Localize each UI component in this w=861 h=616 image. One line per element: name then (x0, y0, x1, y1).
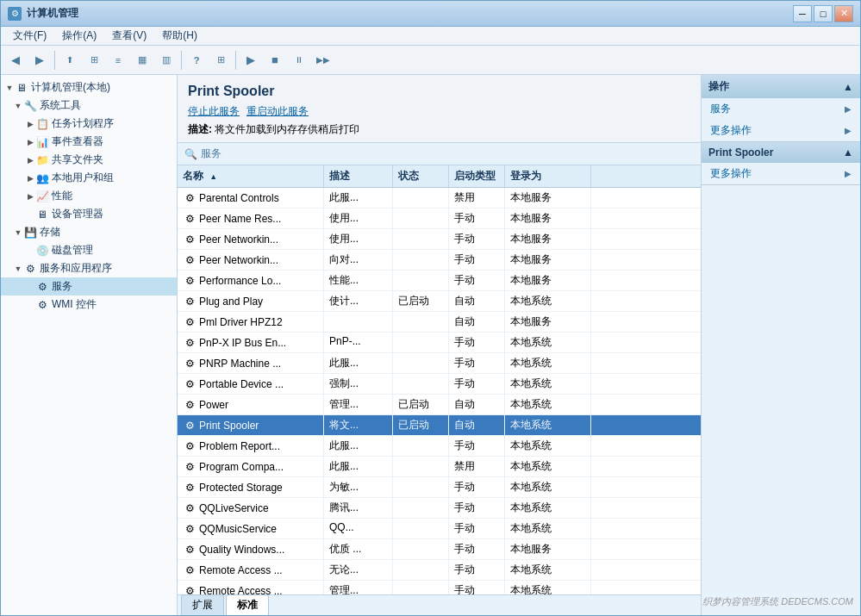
sidebar-item-performance[interactable]: ▶ 📈 性能 (1, 187, 177, 205)
tab-扩展[interactable]: 扩展 (181, 594, 224, 615)
service-links: 停止此服务 重启动此服务 (188, 104, 690, 119)
col-header-login[interactable]: 登录为 (505, 165, 591, 187)
row-desc-10: 管理... (324, 395, 393, 414)
close-button[interactable]: ✕ (834, 5, 853, 22)
table-row[interactable]: ⚙ Plug and Play 使计... 已启动 自动 本地系统 (178, 291, 701, 312)
maximize-button[interactable]: □ (814, 5, 833, 22)
minimize-button[interactable]: ─ (793, 5, 812, 22)
row-status-7 (393, 333, 449, 352)
table-row[interactable]: ⚙ QQMusicService QQ... 手动 本地系统 (178, 519, 701, 539)
right-panel-item-0-1[interactable]: 更多操作▶ (702, 120, 860, 141)
row-status-1 (393, 208, 449, 228)
system-tools-icon: 🔧 (23, 99, 37, 113)
sidebar-item-shared-folders[interactable]: ▶ 📁 共享文件夹 (1, 151, 177, 169)
skip-button[interactable]: ▶▶ (312, 49, 334, 72)
table-row[interactable]: ⚙ PNRP Machine ... 此服... 手动 本地系统 (178, 353, 701, 374)
up-button[interactable]: ⬆ (59, 49, 81, 72)
stop-button[interactable]: ■ (264, 49, 286, 72)
row-name-18: Remote Access ... (199, 564, 283, 576)
row-icon-15: ⚙ (183, 501, 197, 515)
right-panel-collapse-0[interactable]: ▲ (843, 81, 853, 93)
table-row[interactable]: ⚙ Quality Windows... 优质 ... 手动 本地服务 (178, 539, 701, 560)
table-row[interactable]: ⚙ Problem Report... 此服... 手动 本地系统 (178, 436, 701, 457)
menu-action[interactable]: 操作(A) (55, 27, 103, 45)
table-row[interactable]: ⚙ Print Spooler 将文... 已启动 自动 本地系统 (178, 415, 701, 436)
table-row[interactable]: ⚙ Remote Access ... 无论... 手动 本地系统 (178, 560, 701, 581)
sidebar-item-disk[interactable]: 💿 磁盘管理 (1, 241, 177, 259)
forward-button[interactable]: ▶ (28, 49, 51, 72)
row-desc-3: 向对... (324, 250, 393, 270)
tab-标准[interactable]: 标准 (226, 594, 269, 615)
toolbar-btn-3[interactable]: ⊞ (83, 49, 105, 72)
right-panel-item-1-0[interactable]: 更多操作▶ (702, 163, 860, 184)
toolbar-btn-8[interactable]: ⊞ (209, 49, 232, 72)
row-status-4 (393, 271, 449, 290)
service-desc-label: 描述: 将文件加载到内存存供稍后打印 (188, 122, 690, 137)
col-header-name[interactable]: 名称 ▲ (178, 165, 324, 187)
sidebar-item-system-tools[interactable]: ▼ 🔧 系统工具 (1, 96, 177, 115)
computer-icon: 🖥 (15, 81, 28, 95)
table-row[interactable]: ⚙ Peer Networkin... 向对... 手动 本地服务 (178, 250, 701, 271)
row-login-14: 本地系统 (505, 477, 591, 497)
sidebar-item-services[interactable]: ⚙ 服务 (1, 277, 177, 296)
stop-service-link[interactable]: 停止此服务 (188, 104, 240, 119)
disk-icon: 💿 (35, 244, 49, 258)
col-header-desc[interactable]: 描述 (324, 165, 393, 187)
row-status-14 (393, 477, 449, 497)
row-icon-8: ⚙ (183, 357, 197, 370)
row-desc-4: 性能... (324, 271, 393, 290)
right-panel-title-text-1: Print Spooler (708, 146, 773, 159)
table-row[interactable]: ⚙ Performance Lo... 性能... 手动 本地服务 (178, 271, 701, 291)
row-login-0: 本地服务 (505, 188, 591, 208)
back-button[interactable]: ◀ (4, 49, 27, 72)
menu-help[interactable]: 帮助(H) (155, 27, 204, 45)
table-header: 名称 ▲ 描述 状态 启动类型 登录为 (178, 165, 701, 188)
sidebar-item-device-manager[interactable]: 🖥 设备管理器 (1, 205, 177, 223)
sidebar-item-services-apps[interactable]: ▼ ⚙ 服务和应用程序 (1, 259, 177, 277)
row-icon-19: ⚙ (183, 584, 197, 595)
sidebar-item-local-users[interactable]: ▶ 👥 本地用户和组 (1, 169, 177, 187)
table-row[interactable]: ⚙ Portable Device ... 强制... 手动 本地系统 (178, 374, 701, 395)
row-startup-5: 自动 (449, 291, 505, 311)
pause-button[interactable]: ⏸ (288, 49, 310, 72)
table-row[interactable]: ⚙ Remote Access ... 管理... 手动 本地系统 (178, 581, 701, 594)
sidebar-root[interactable]: ▼ 🖥 计算机管理(本地) (1, 78, 177, 96)
table-row[interactable]: ⚙ Pml Driver HPZ12 自动 本地服务 (178, 312, 701, 333)
toolbar-btn-4[interactable]: ≡ (107, 49, 129, 72)
toolbar-btn-5[interactable]: ▦ (131, 49, 153, 72)
row-status-12 (393, 436, 449, 456)
col-header-status[interactable]: 状态 (393, 165, 449, 187)
sidebar-item-task-scheduler[interactable]: ▶ 📋 任务计划程序 (1, 115, 177, 133)
play-button[interactable]: ▶ (240, 49, 262, 72)
right-panel-arrow-1-0: ▶ (845, 169, 852, 178)
row-desc-19: 管理... (324, 581, 393, 594)
system-tools-arrow: ▼ (13, 101, 23, 111)
row-icon-13: ⚙ (183, 460, 197, 474)
table-row[interactable]: ⚙ QQLiveService 腾讯... 手动 本地系统 (178, 498, 701, 519)
table-row[interactable]: ⚙ Protected Storage 为敏... 手动 本地系统 (178, 477, 701, 498)
col-header-startup[interactable]: 启动类型 (449, 165, 505, 187)
restart-service-link[interactable]: 重启动此服务 (246, 104, 309, 119)
main-area: ▼ 🖥 计算机管理(本地) ▼ 🔧 系统工具 ▶ 📋 任务计划程序 ▶ 📊 事件… (1, 75, 860, 615)
menu-file[interactable]: 文件(F) (6, 27, 53, 45)
help-button[interactable]: ? (185, 49, 208, 72)
table-row[interactable]: ⚙ Power 管理... 已启动 自动 本地系统 (178, 395, 701, 415)
row-login-18: 本地系统 (505, 560, 591, 580)
sidebar-item-event-viewer[interactable]: ▶ 📊 事件查看器 (1, 133, 177, 151)
right-panel-collapse-1[interactable]: ▲ (843, 146, 853, 159)
table-row[interactable]: ⚙ Program Compa... 此服... 禁用 本地系统 (178, 457, 701, 477)
sidebar-item-storage[interactable]: ▼ 💾 存储 (1, 223, 177, 241)
table-row[interactable]: ⚙ Peer Name Res... 使用... 手动 本地服务 (178, 208, 701, 229)
row-login-2: 本地服务 (505, 229, 591, 249)
right-panel-item-0-0[interactable]: 服务▶ (702, 98, 860, 120)
table-body: ⚙ Parental Controls 此服... 禁用 本地服务 ⚙ Peer… (178, 188, 701, 594)
sidebar-item-wmi[interactable]: ⚙ WMI 控件 (1, 296, 177, 314)
row-startup-7: 手动 (449, 333, 505, 352)
toolbar-separator-1 (54, 51, 55, 70)
row-startup-19: 手动 (449, 581, 505, 594)
table-row[interactable]: ⚙ Parental Controls 此服... 禁用 本地服务 (178, 188, 701, 208)
toolbar-btn-6[interactable]: ▥ (155, 49, 178, 72)
table-row[interactable]: ⚙ PnP-X IP Bus En... PnP-... 手动 本地系统 (178, 333, 701, 353)
table-row[interactable]: ⚙ Peer Networkin... 使用... 手动 本地服务 (178, 229, 701, 250)
menu-view[interactable]: 查看(V) (105, 27, 153, 45)
